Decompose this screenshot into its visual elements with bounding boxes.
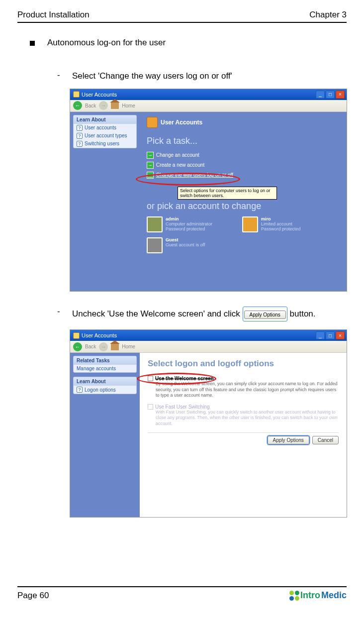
forward-button[interactable]: → — [99, 342, 108, 351]
user-accounts-icon — [147, 117, 158, 128]
arrow-icon: → — [147, 172, 154, 179]
page-footer: Page 60 IntroMedic — [17, 586, 347, 601]
tooltip: Select options for computer users to log… — [178, 187, 277, 200]
or-pick-heading: or pick an account to change — [147, 201, 340, 211]
task-change-account[interactable]: →Change an account — [147, 150, 340, 160]
account-admin[interactable]: adminComputer administratorPassword prot… — [147, 216, 212, 232]
account-avatar-icon — [147, 216, 163, 232]
task-label: Change the way users log on or off — [156, 172, 233, 178]
account-avatar-icon — [242, 216, 258, 232]
account-role: Guest account is off — [166, 242, 205, 247]
related-tasks-header: Related Tasks — [74, 356, 136, 365]
arrow-icon: → — [147, 152, 154, 159]
select-logon-heading: Select logon and logoff options — [148, 359, 339, 369]
account-miro[interactable]: miroLimited accountPassword protected — [242, 216, 301, 232]
sidebar-link-label: Manage accounts — [77, 366, 116, 371]
nav-toolbar: ← Back → Home — [70, 100, 347, 112]
window-titlebar: User Accounts _ □ × — [70, 330, 347, 341]
account-name: Guest — [166, 237, 205, 242]
page-header: Product Installation Chapter 3 — [17, 10, 347, 23]
option-fast-desc: With Fast User Switching, you can quickl… — [156, 410, 339, 426]
checkbox-fast-switching[interactable] — [148, 404, 153, 410]
back-label: Back — [85, 344, 96, 349]
back-button[interactable]: ← — [73, 101, 82, 110]
sidebar-link-label: User accounts — [85, 125, 116, 130]
intromedic-logo: IntroMedic — [289, 590, 347, 601]
task-label: Change an account — [156, 152, 199, 158]
learn-about-panel: Learn About ?Logon options — [73, 377, 137, 394]
step-2: - Uncheck 'Use the Welcome screen' and c… — [57, 307, 347, 322]
account-role: Limited account — [261, 221, 301, 226]
main-panel: User Accounts Pick a task... →Change an … — [140, 112, 347, 291]
sidebar-link-switching[interactable]: ?Switching users — [74, 140, 136, 148]
step-2-text: Uncheck 'Use the Welcome screen' and cli… — [72, 307, 347, 322]
account-name: miro — [261, 216, 301, 221]
back-button[interactable]: ← — [73, 342, 82, 351]
sidebar-link-account-types[interactable]: ?User account types — [74, 132, 136, 140]
window-title: User Accounts — [82, 92, 117, 98]
maximize-button[interactable]: □ — [326, 331, 335, 339]
close-button[interactable]: × — [336, 331, 345, 339]
sidebar: Related Tasks Manage accounts Learn Abou… — [70, 353, 140, 517]
page-number: Page 60 — [17, 591, 49, 601]
back-label: Back — [85, 103, 96, 108]
logo-text-medic: Medic — [321, 590, 347, 601]
header-right: Chapter 3 — [309, 10, 347, 20]
pick-a-task-heading: Pick a task... — [147, 136, 340, 146]
screenshot-logon-options: User Accounts _ □ × ← Back → Home Relate… — [70, 329, 347, 518]
minimize-button[interactable]: _ — [316, 331, 325, 339]
apply-options-button[interactable]: Apply Options — [268, 436, 309, 444]
sidebar: Learn About ?User accounts ?User account… — [70, 112, 140, 291]
dialog-button-row: Apply Options Cancel — [148, 432, 339, 444]
dash-icon: - — [57, 70, 61, 83]
user-accounts-heading: User Accounts — [147, 117, 340, 128]
help-icon: ? — [77, 125, 83, 131]
account-role: Computer administrator — [166, 221, 212, 226]
arrow-icon: → — [147, 162, 154, 169]
sidebar-link-label: Logon options — [85, 387, 116, 393]
help-icon: ? — [77, 133, 83, 139]
option-welcome-screen: Use the Welcome screen By using the Welc… — [148, 376, 339, 398]
sidebar-link-user-accounts[interactable]: ?User accounts — [74, 124, 136, 132]
maximize-button[interactable]: □ — [326, 91, 335, 99]
step-2-text-b: button. — [290, 309, 316, 318]
square-bullet-icon — [30, 41, 35, 46]
checkbox-welcome[interactable] — [148, 376, 153, 381]
sidebar-link-logon-options[interactable]: ?Logon options — [74, 386, 136, 394]
forward-button[interactable]: → — [99, 101, 108, 110]
home-label: Home — [122, 344, 135, 349]
learn-about-header: Learn About — [74, 377, 136, 386]
help-icon: ? — [77, 387, 83, 393]
account-name: admin — [166, 216, 212, 221]
learn-about-panel: Learn About ?User accounts ?User account… — [73, 115, 137, 148]
sidebar-link-manage-accounts[interactable]: Manage accounts — [74, 365, 136, 372]
logo-text-intro: Intro — [300, 590, 320, 601]
option-fast-head: Use Fast User Switching — [148, 404, 339, 410]
apply-options-inline-button: Apply Options — [243, 307, 287, 322]
home-icon[interactable] — [111, 102, 119, 109]
step-1-text: Select 'Change the way users log on or o… — [72, 70, 347, 83]
task-create-account[interactable]: →Create a new account — [147, 160, 340, 170]
window-app-icon — [73, 332, 80, 339]
account-avatar-icon — [147, 237, 163, 253]
header-left: Product Installation — [17, 10, 90, 20]
bullet-autonomous-logon: Autonomous log-on for the user — [30, 38, 347, 48]
nav-toolbar: ← Back → Home — [70, 341, 347, 353]
account-guest[interactable]: GuestGuest account is off — [147, 237, 205, 253]
step-2-text-a: Uncheck 'Use the Welcome screen' and cli… — [72, 309, 240, 318]
step-1: - Select 'Change the way users log on or… — [57, 70, 347, 83]
minimize-button[interactable]: _ — [316, 91, 325, 99]
dash-icon: - — [57, 307, 61, 322]
main-panel: Select logon and logoff options Use the … — [140, 353, 347, 517]
task-change-logon[interactable]: →Change the way users log on or off — [147, 170, 340, 180]
account-pw: Password protected — [166, 226, 212, 231]
close-button[interactable]: × — [336, 91, 345, 99]
option-welcome-label: Use the Welcome screen — [155, 376, 214, 381]
account-list: adminComputer administratorPassword prot… — [147, 216, 340, 232]
clover-icon — [289, 591, 299, 601]
apply-options-label: Apply Options — [244, 311, 286, 319]
help-icon: ? — [77, 141, 83, 147]
cancel-button[interactable]: Cancel — [312, 436, 339, 444]
option-welcome-head: Use the Welcome screen — [148, 376, 339, 381]
home-icon[interactable] — [111, 343, 119, 350]
